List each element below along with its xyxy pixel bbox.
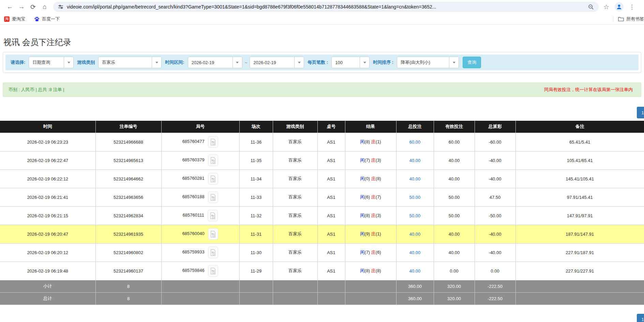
table-row: 2026-02-19 06:19:48523214960137685759846…: [0, 262, 644, 280]
banker-label: 庄: [371, 213, 376, 218]
total-bet-link[interactable]: 40.00: [409, 232, 421, 237]
cell-table-no: AS1: [317, 225, 345, 243]
bookmark-aitaobao[interactable]: 淘 爱淘宝: [4, 16, 25, 22]
bookmark-baidu[interactable]: 百度一下: [34, 16, 60, 22]
banker-label: 庄: [371, 250, 376, 255]
table-row: 2026-02-19 06:21:41523214963656685760188…: [0, 188, 644, 206]
cell-payout: -60.00: [475, 133, 515, 151]
footer-cell-round: [161, 292, 239, 305]
video-record-icon[interactable]: [208, 191, 218, 203]
per-page-select[interactable]: 100: [331, 57, 370, 68]
query-button[interactable]: 查询: [463, 57, 481, 68]
game-type-label: 游戏类别: [77, 59, 95, 65]
forward-icon[interactable]: →: [16, 1, 27, 13]
round-number: 685760040: [182, 231, 205, 236]
cell-round: 685760040: [161, 225, 239, 243]
bookmark-label: 爱淘宝: [12, 16, 25, 22]
site-settings-icon[interactable]: [58, 4, 63, 10]
chevron-down-icon[interactable]: [294, 57, 304, 68]
cell-note: 97.91/145.41: [515, 188, 644, 206]
total-bet-link[interactable]: 60.00: [409, 140, 421, 145]
bet-records-table: 时间注单编号局号场次游戏类别桌号结果总投注有效投注总派彩备注 2026-02-1…: [0, 121, 644, 305]
cell-table-no: AS1: [317, 188, 345, 206]
game-type-value: 百家乐: [99, 59, 152, 65]
page-1-button[interactable]: 1: [637, 107, 644, 118]
footer-cell-round: [161, 280, 239, 292]
taobao-icon: 淘: [4, 16, 10, 22]
col-header-game-type: 游戏类别: [273, 121, 317, 133]
cell-game-type: 百家乐: [273, 151, 317, 170]
video-record-icon[interactable]: [208, 210, 218, 221]
time-sort-select[interactable]: 降幂(由大到小): [397, 57, 459, 68]
cell-payout: 47.50: [475, 188, 515, 206]
cell-round: 685760379: [161, 151, 239, 170]
summary-left-text: 币别 : 人民币 | 总共 :8 注单 |: [9, 87, 64, 93]
chevron-down-icon[interactable]: [360, 57, 369, 68]
query-type-select[interactable]: 日期查询: [29, 57, 74, 68]
page-1-button[interactable]: 1: [637, 314, 644, 322]
cell-time: 2026-02-19 06:20:12: [0, 243, 95, 262]
player-label: 闲: [360, 213, 364, 218]
home-icon[interactable]: ⌂: [39, 1, 50, 13]
cell-payout: -50.00: [475, 206, 515, 225]
player-label: 闲: [360, 176, 364, 181]
chevron-down-icon[interactable]: [449, 57, 459, 68]
video-record-icon[interactable]: [208, 265, 218, 277]
cell-round: 685760111: [161, 206, 239, 225]
cell-payout: -40.00: [475, 243, 515, 262]
col-header-payout: 总派彩: [475, 121, 515, 133]
cell-result: 闲(7) 庄(3): [345, 151, 396, 170]
cell-total-bet: 40.00: [396, 262, 434, 280]
cell-valid-bet: 40.00: [434, 170, 475, 188]
round-number: 685760477: [182, 139, 205, 144]
date-from-select[interactable]: 2026-02-19: [188, 57, 242, 68]
player-points: (8): [364, 213, 371, 218]
col-header-note: 备注: [515, 121, 644, 133]
menu-dots-icon[interactable]: ⋮: [629, 3, 635, 11]
chevron-down-icon[interactable]: [233, 57, 242, 68]
game-type-select[interactable]: 百家乐: [98, 57, 162, 68]
date-to-value: 2026-02-19: [250, 60, 294, 65]
video-record-icon[interactable]: [208, 228, 218, 240]
total-bet-link[interactable]: 40.00: [409, 268, 421, 274]
cell-note: 65.41/5.41: [515, 133, 644, 151]
video-record-icon[interactable]: [208, 136, 218, 148]
cell-game-type: 百家乐: [273, 225, 317, 243]
cell-bet-id: 523214960137: [95, 262, 161, 280]
footer-cell-payout: -222.50: [475, 280, 515, 292]
cell-time: 2026-02-19 06:19:48: [0, 262, 95, 280]
cell-session: 11-30: [239, 243, 273, 262]
footer-cell-total-bet: 360.00: [396, 280, 434, 292]
cell-time: 2026-02-19 06:22:12: [0, 170, 95, 188]
video-record-icon[interactable]: [208, 155, 218, 166]
total-bet-link[interactable]: 40.00: [409, 250, 421, 255]
player-label: 闲: [360, 158, 364, 163]
table-header-row: 时间注单编号局号场次游戏类别桌号结果总投注有效投注总派彩备注: [0, 121, 644, 133]
profile-avatar-icon[interactable]: [615, 2, 624, 11]
query-type-value: 日期查询: [29, 59, 64, 65]
zoom-out-icon[interactable]: [588, 4, 594, 10]
video-record-icon[interactable]: [208, 173, 218, 185]
cell-table-no: AS1: [317, 170, 345, 188]
cell-valid-bet: 40.00: [434, 243, 475, 262]
cell-bet-id: 523214964662: [95, 170, 161, 188]
total-bet-link[interactable]: 40.00: [409, 158, 421, 163]
url-text[interactable]: videoie.com/ipl/portal.php/game/betrecor…: [67, 4, 585, 10]
address-bar[interactable]: videoie.com/ipl/portal.php/game/betrecor…: [53, 2, 599, 12]
player-points: (7): [364, 250, 371, 255]
bookmark-star-icon[interactable]: ☆: [603, 3, 609, 11]
round-number: 685760379: [182, 157, 205, 162]
date-to-select[interactable]: 2026-02-19: [250, 57, 304, 68]
total-bet-link[interactable]: 50.00: [409, 213, 421, 218]
video-record-icon[interactable]: [208, 247, 218, 258]
col-header-result: 结果: [345, 121, 396, 133]
all-bookmarks-label[interactable]: 所有书签: [626, 16, 644, 22]
cell-session: 11-34: [239, 170, 273, 188]
chevron-down-icon[interactable]: [64, 57, 73, 68]
back-icon[interactable]: ←: [4, 1, 16, 13]
total-bet-link[interactable]: 50.00: [409, 195, 421, 200]
browser-toolbar: ← → ⟳ ⌂ videoie.com/ipl/portal.php/game/…: [0, 0, 644, 14]
reload-icon[interactable]: ⟳: [27, 1, 39, 13]
chevron-down-icon[interactable]: [152, 57, 161, 68]
total-bet-link[interactable]: 40.00: [409, 176, 421, 181]
